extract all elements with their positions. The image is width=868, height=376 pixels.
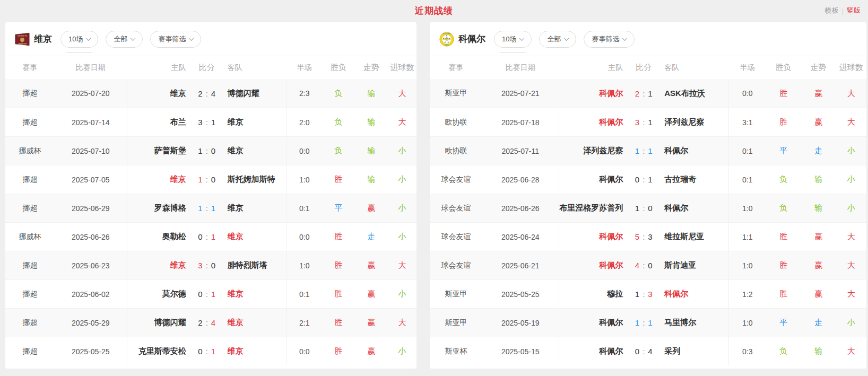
header-away: 客队: [658, 63, 728, 73]
match-date: 2025-05-25: [482, 290, 559, 299]
match-row: 斯亚甲2025-05-25穆拉1:3科佩尔1:2胜赢大: [430, 279, 866, 308]
match-row: 斯亚杯2025-05-15科佩尔0:4采列0:3负输大: [430, 337, 866, 365]
handicap-trend: 输: [355, 89, 388, 99]
match-teams: 穆拉1:3科佩尔: [559, 280, 729, 308]
win-loss-result: 负: [766, 203, 801, 213]
match-date: 2025-06-29: [55, 204, 127, 213]
handicap-trend: 输: [355, 146, 388, 156]
venue-filter-dropdown[interactable]: 全部: [539, 31, 576, 48]
matches-count-label: 10场: [68, 34, 83, 44]
home-team: 博德闪耀: [127, 318, 192, 328]
competition-name: 挪超: [5, 347, 55, 356]
competition-name: 斯亚甲: [430, 318, 482, 328]
header-trend: 走势: [355, 63, 388, 73]
win-loss-result: 胜: [322, 289, 355, 299]
match-rows: 斯亚甲2025-07-21科佩尔2:1ASK布拉沃0:0胜赢大欧协联2025-0…: [430, 79, 866, 365]
competition-filter-dropdown[interactable]: 赛事筛选: [150, 31, 201, 48]
away-team: 泽列兹尼察: [658, 117, 728, 127]
away-team: 维京: [222, 146, 287, 156]
handicap-trend: 走: [355, 232, 388, 242]
goals-over-under: 小: [836, 318, 866, 328]
win-loss-result: 负: [322, 146, 355, 156]
layout-horizontal-link[interactable]: 横板: [825, 6, 839, 15]
venue-filter-label: 全部: [114, 34, 127, 44]
home-team: 泽列兹尼察: [559, 146, 629, 156]
matches-count-dropdown[interactable]: 10场: [494, 31, 532, 48]
goals-over-under: 大: [388, 318, 416, 328]
team-name: 科佩尔: [458, 33, 485, 45]
full-time-score: 2:1: [629, 89, 658, 98]
home-team: 科佩尔: [559, 232, 629, 242]
competition-name: 球会友谊: [430, 232, 482, 242]
win-loss-result: 胜: [322, 174, 355, 185]
svg-text:STAVANGER: STAVANGER: [18, 42, 27, 45]
full-time-score: 0:1: [629, 175, 658, 184]
header-away: 客队: [222, 63, 287, 73]
header-date: 比赛日期: [482, 63, 559, 73]
match-date: 2025-06-24: [482, 233, 559, 241]
away-team: 腓特烈斯塔: [222, 260, 287, 270]
header-home: 主队: [559, 63, 629, 73]
half-time-score: 1:0: [729, 319, 766, 327]
header-competition: 赛事: [430, 63, 482, 73]
match-date: 2025-05-19: [482, 319, 559, 327]
half-time-score: 1:0: [729, 261, 766, 270]
venue-filter-dropdown[interactable]: 全部: [106, 31, 143, 48]
competition-name: 斯亚杯: [430, 347, 482, 356]
match-date: 2025-06-02: [55, 290, 127, 299]
matches-count-label: 10场: [502, 34, 516, 44]
match-date: 2025-05-29: [55, 319, 127, 327]
full-time-score: 1:0: [629, 204, 658, 213]
match-date: 2025-07-14: [55, 118, 127, 127]
goals-over-under: 小: [388, 174, 416, 185]
competition-filter-label: 赛事筛选: [158, 34, 186, 44]
header-goals: 进球数: [388, 63, 416, 73]
win-loss-result: 胜: [766, 232, 801, 242]
match-date: 2025-07-18: [482, 118, 559, 127]
away-team: 科佩尔: [658, 146, 728, 156]
win-loss-result: 胜: [766, 89, 801, 99]
home-team: 科佩尔: [559, 318, 629, 328]
layout-vertical-link[interactable]: 竖版: [847, 6, 861, 15]
full-time-score: 1:1: [192, 204, 222, 213]
home-team: 克里斯蒂安松: [127, 346, 192, 356]
competition-name: 挪超: [5, 175, 55, 185]
home-team: 科佩尔: [559, 117, 629, 127]
half-time-score: 3:1: [729, 118, 766, 127]
half-time-score: 0:0: [287, 233, 322, 241]
half-time-score: 1:1: [729, 233, 766, 241]
full-time-score: 4:0: [629, 261, 658, 270]
full-time-score: 0:4: [629, 347, 658, 356]
competition-name: 挪超: [5, 261, 55, 270]
match-row: 挪超2025-05-25克里斯蒂安松0:1维京0:0胜赢小: [5, 337, 416, 365]
matches-count-dropdown[interactable]: 10场: [60, 31, 98, 48]
match-teams: 维京3:0腓特烈斯塔: [127, 251, 287, 279]
koper-crest-logo: FC KOPER 1920: [439, 32, 454, 47]
handicap-trend: 输: [355, 117, 388, 127]
match-teams: 科佩尔4:0斯肯迪亚: [559, 251, 729, 279]
table-header: 赛事 比赛日期 主队 比分 客队 半场 胜负 走势 进球数: [430, 56, 866, 79]
home-team: 维京: [127, 260, 192, 270]
competition-name: 斯亚甲: [430, 89, 482, 98]
chevron-down-icon: [519, 36, 525, 41]
handicap-trend: 赢: [355, 318, 388, 328]
competition-filter-dropdown[interactable]: 赛事筛选: [584, 31, 635, 48]
match-teams: 泽列兹尼察1:1科佩尔: [559, 137, 729, 165]
away-team: 采列: [658, 346, 728, 356]
away-team: 维京: [222, 346, 287, 356]
half-time-score: 1:0: [729, 204, 766, 213]
match-teams: 维京2:4博德闪耀: [127, 79, 287, 108]
match-teams: 莫尔德0:1维京: [127, 280, 287, 308]
goals-over-under: 小: [388, 232, 416, 242]
match-row: 挪超2025-07-14布兰3:1维京2:0负输大: [5, 108, 416, 136]
home-team: 科佩尔: [559, 260, 629, 270]
competition-name: 挪超: [5, 318, 55, 328]
match-date: 2025-07-21: [482, 89, 559, 98]
header-result: 胜负: [766, 63, 801, 73]
away-team: 维京: [222, 289, 287, 299]
handicap-trend: 赢: [355, 260, 388, 270]
venue-filter-label: 全部: [547, 34, 561, 44]
win-loss-result: 平: [766, 318, 801, 328]
header-home: 主队: [127, 63, 192, 73]
header-score: 比分: [192, 63, 222, 73]
